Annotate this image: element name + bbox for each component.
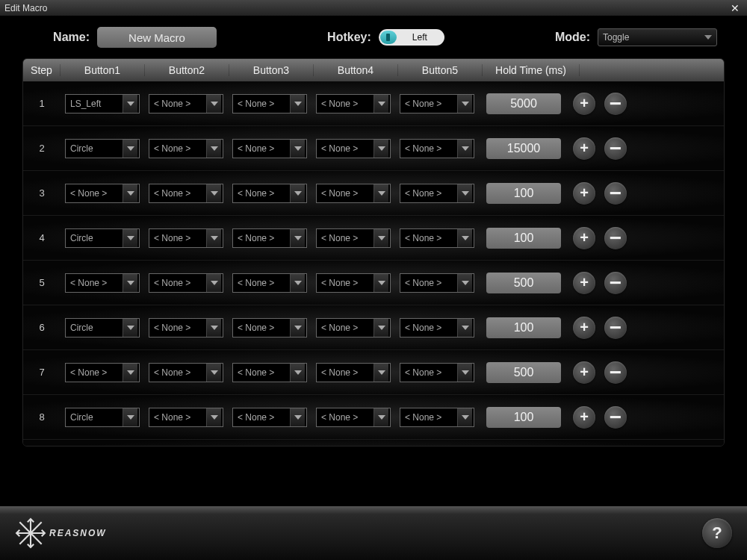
hold-time-input[interactable]: 15000 [486,138,561,159]
button2-select[interactable]: < None > [149,228,223,248]
hotkey-toggle[interactable]: Left [379,29,444,46]
remove-step-button[interactable]: − [604,361,627,384]
chevron-down-icon [290,274,305,292]
select-value: < None > [238,99,290,109]
add-step-button[interactable]: + [573,406,595,429]
chevron-down-icon [457,140,472,158]
remove-step-button[interactable]: − [604,227,627,249]
button1-select[interactable]: Circle [65,318,140,337]
hotkey-label: Hotkey: [327,31,371,44]
remove-step-button[interactable]: − [604,93,627,115]
hold-time-input[interactable]: 5000 [486,93,561,114]
button3-select[interactable]: < None > [232,363,307,382]
button3-select[interactable]: < None > [232,184,307,203]
hold-time-input[interactable]: 100 [486,183,561,204]
button5-select[interactable]: < None > [400,228,474,248]
button1-select[interactable]: LS_Left [65,94,140,113]
button2-select[interactable]: < None > [149,408,223,427]
button1-select[interactable]: Circle [65,228,140,248]
button4-select[interactable]: < None > [316,184,391,203]
add-step-button[interactable]: + [573,317,595,339]
button5-select[interactable]: < None > [400,273,474,293]
button4-select[interactable]: < None > [316,228,391,248]
table-row: 6Circle< None >< None >< None >< None >1… [23,305,724,350]
mode-select[interactable]: Toggle [598,28,717,46]
button3-select[interactable]: < None > [232,139,307,158]
button5-select[interactable]: < None > [400,139,474,158]
hold-time-input[interactable]: 100 [486,228,561,249]
select-value: < None > [405,412,457,423]
remove-step-button[interactable]: − [604,317,627,339]
chevron-down-icon [206,408,221,426]
grid-body[interactable]: 1LS_Left< None >< None >< None >< None >… [23,81,724,446]
brand-text: REASNOW [49,528,107,538]
help-button[interactable]: ? [702,518,732,548]
select-value: < None > [405,323,457,333]
chevron-down-icon [290,319,305,337]
button1-select[interactable]: < None > [65,273,140,293]
select-value: < None > [238,367,290,378]
table-row: 1LS_Left< None >< None >< None >< None >… [23,81,724,126]
button1-select[interactable]: Circle [65,408,140,427]
chevron-down-icon [123,229,137,247]
button1-select[interactable]: < None > [65,363,140,382]
button2-select[interactable]: < None > [149,318,223,337]
remove-step-button[interactable]: − [604,182,627,205]
button4-select[interactable]: < None > [316,318,391,337]
button3-select[interactable]: < None > [232,94,307,113]
button1-select[interactable]: Circle [65,139,140,158]
button2-select[interactable]: < None > [149,94,223,113]
hold-time-input[interactable]: 100 [486,317,561,338]
add-step-button[interactable]: + [573,93,595,115]
button5-select[interactable]: < None > [400,408,474,427]
button4-select[interactable]: < None > [316,363,391,382]
button2-select[interactable]: < None > [149,184,223,203]
button5-select[interactable]: < None > [400,184,474,203]
add-step-button[interactable]: + [573,361,595,384]
chevron-down-icon [206,319,221,337]
chevron-down-icon [457,364,472,382]
button5-select[interactable]: < None > [400,318,474,337]
select-value: < None > [405,367,457,378]
button3-select[interactable]: < None > [232,408,307,427]
button5-select[interactable]: < None > [400,363,474,382]
chevron-down-icon [123,140,137,158]
button2-select[interactable]: < None > [149,273,223,293]
hold-time-input[interactable]: 500 [486,273,561,293]
hold-time-input[interactable]: 100 [486,407,561,428]
close-button[interactable]: ✕ [728,1,743,15]
chevron-down-icon [374,95,388,113]
select-value: < None > [321,188,374,199]
button2-select[interactable]: < None > [149,139,223,158]
button4-select[interactable]: < None > [316,94,391,113]
button1-select[interactable]: < None > [65,184,140,203]
button4-select[interactable]: < None > [316,273,391,293]
select-value: < None > [405,233,457,243]
button4-select[interactable]: < None > [316,139,391,158]
chevron-down-icon [457,408,472,426]
button2-select[interactable]: < None > [149,363,223,382]
add-step-button[interactable]: + [573,182,595,205]
add-step-button[interactable]: + [573,272,595,294]
chevron-down-icon [457,229,472,247]
remove-step-button[interactable]: − [604,137,627,160]
button3-select[interactable]: < None > [232,273,307,293]
select-value: < None > [321,323,374,333]
select-value: < None > [238,143,290,154]
titlebar: Edit Macro ✕ [0,0,747,16]
step-number: 6 [23,322,61,333]
button3-select[interactable]: < None > [232,318,307,337]
button4-select[interactable]: < None > [316,408,391,427]
macro-name-text: New Macro [128,31,185,44]
select-value: < None > [238,188,290,199]
remove-step-button[interactable]: − [604,406,627,429]
add-step-button[interactable]: + [573,227,595,249]
macro-name-input[interactable]: New Macro [97,27,217,48]
add-step-button[interactable]: + [573,137,595,160]
remove-step-button[interactable]: − [604,272,627,294]
button5-select[interactable]: < None > [400,94,474,113]
button3-select[interactable]: < None > [232,228,307,248]
chevron-down-icon [374,140,388,158]
select-value: < None > [238,233,290,243]
hold-time-input[interactable]: 500 [486,362,561,383]
